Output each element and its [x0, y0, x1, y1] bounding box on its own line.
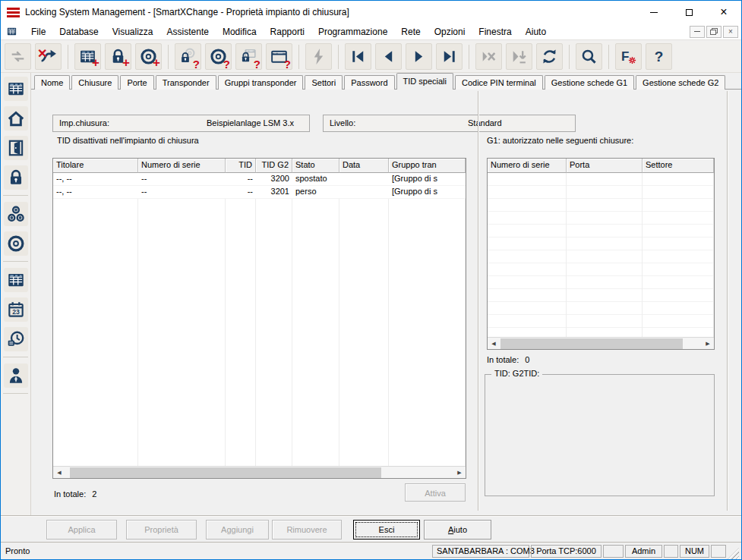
tid-groupbox-label: TID: G2TID:	[491, 369, 542, 378]
table-header: Titolare Numero di serie TID TID G2 Stat…	[53, 159, 466, 173]
sidebar-doors-button[interactable]	[4, 136, 28, 160]
horizontal-scrollbar[interactable]: ◀ ▶	[53, 466, 466, 478]
tab-chiusure[interactable]: Chiusure	[71, 75, 118, 90]
menu-programmazione[interactable]: Programmazione	[311, 25, 394, 39]
close-button[interactable]: ×	[706, 1, 741, 24]
menu-visualizza[interactable]: Visualizza	[106, 25, 160, 39]
cell-gruppo: [Gruppo di s	[389, 173, 466, 185]
scrollbar-thumb[interactable]	[500, 338, 683, 349]
read-lock-network-button[interactable]: ?	[235, 43, 262, 70]
menu-bar: File Database Visualizza Assistente Modi…	[1, 24, 741, 40]
menu-file[interactable]: File	[24, 25, 52, 39]
tab-porte[interactable]: Porte	[120, 75, 153, 90]
col-stato[interactable]: Stato	[292, 159, 339, 173]
mdi-restore-button[interactable]	[706, 26, 721, 38]
toolbar: ✕ + + + ? ? ? ? F ?	[1, 41, 741, 73]
locking-system-field: Imp.chiusura: Beispielanlage LSM 3.x	[52, 115, 310, 132]
tab-gruppi-transponder[interactable]: Gruppi transponder	[218, 75, 304, 90]
new-transponder-button[interactable]: +	[135, 43, 162, 70]
tab-codice-pin-terminal[interactable]: Codice PIN terminal	[455, 75, 543, 90]
menu-aiuto[interactable]: Aiuto	[519, 25, 553, 39]
search-button[interactable]	[576, 43, 602, 70]
apply-button: Applica	[46, 520, 117, 540]
menu-database[interactable]: Database	[52, 25, 105, 39]
tab-gestione-schede-g1[interactable]: Gestione schede G1	[545, 75, 634, 90]
right-total-value: 0	[525, 355, 529, 364]
new-locking-system-button[interactable]: +	[74, 43, 101, 70]
tab-tid-speciali[interactable]: TID speciali	[396, 73, 453, 90]
locking-system-icon	[6, 79, 26, 99]
maximize-button[interactable]	[671, 1, 706, 24]
sidebar-locks-button[interactable]	[4, 165, 28, 190]
col-settore[interactable]: Settore	[643, 159, 714, 173]
help-action-button[interactable]: Aiuto	[424, 520, 491, 540]
new-lock-button[interactable]: +	[105, 43, 131, 70]
mdi-minimize-button[interactable]	[690, 26, 705, 38]
last-record-button[interactable]	[436, 43, 463, 70]
col-numero-di-serie[interactable]: Numero di serie	[488, 159, 567, 173]
read-lock-button[interactable]: ?	[175, 43, 201, 70]
scroll-left-icon[interactable]: ◀	[53, 467, 65, 478]
tab-password[interactable]: Password	[344, 75, 394, 90]
next-record-button[interactable]	[406, 43, 432, 70]
table-row[interactable]: --, -- -- -- 3200 spostato [Gruppo di s	[53, 173, 466, 186]
sidebar-calendar-button[interactable]	[4, 297, 28, 322]
col-data[interactable]: Data	[339, 159, 389, 173]
menu-finestra[interactable]: Finestra	[472, 25, 518, 39]
authorized-locks-table: Numero di serie Porta Settore ◀ ▶	[487, 158, 715, 350]
menu-modifica[interactable]: Modifica	[216, 25, 264, 39]
right-panel-caption: G1: autorizzato nelle seguenti chiusure:	[487, 136, 633, 145]
col-tid-g2[interactable]: TID G2	[256, 159, 292, 173]
transponder-icon	[6, 234, 26, 253]
scroll-right-icon[interactable]: ▶	[453, 467, 466, 478]
tab-transponder[interactable]: Transponder	[156, 75, 216, 90]
sidebar-timezone-button[interactable]	[4, 327, 28, 351]
previous-record-button[interactable]	[375, 43, 402, 70]
sidebar-users-button[interactable]	[4, 363, 28, 388]
disconnect-button[interactable]: ✕	[35, 43, 62, 70]
sidebar-transponders-button[interactable]	[4, 231, 28, 256]
left-total: In totale:2	[54, 489, 96, 499]
status-cell-empty	[711, 545, 726, 558]
menu-rete[interactable]: Rete	[394, 25, 427, 39]
scrollbar-thumb[interactable]	[70, 467, 381, 478]
menu-assistente[interactable]: Assistente	[160, 25, 216, 39]
tab-gestione-schede-g2[interactable]: Gestione schede G2	[636, 75, 725, 90]
col-porta[interactable]: Porta	[567, 159, 643, 173]
scroll-right-icon[interactable]: ▶	[702, 338, 714, 349]
properties-button: Proprietà	[126, 520, 197, 540]
help-button[interactable]: ?	[646, 43, 672, 70]
menu-opzioni[interactable]: Opzioni	[428, 25, 472, 39]
scroll-left-icon[interactable]: ◀	[488, 338, 500, 349]
col-gruppo-transponder[interactable]: Gruppo tran	[389, 159, 466, 173]
menu-rapporti[interactable]: Rapporti	[264, 25, 311, 39]
col-titolare[interactable]: Titolare	[53, 159, 138, 173]
col-numero-di-serie[interactable]: Numero di serie	[138, 159, 226, 173]
sidebar	[1, 73, 31, 515]
col-tid[interactable]: TID	[226, 159, 256, 173]
refresh-button[interactable]	[536, 43, 563, 70]
locking-system-label: Imp.chiusura:	[59, 118, 109, 127]
sidebar-buildings-button[interactable]	[4, 106, 28, 131]
level-label: Livello:	[330, 118, 355, 127]
resize-grip[interactable]	[728, 548, 739, 559]
window-title: Locking System Management - [SmartXChang…	[25, 7, 349, 17]
mdi-close-button[interactable]: ×	[723, 26, 738, 38]
calendar-icon	[6, 300, 26, 319]
sidebar-matrix-button[interactable]	[4, 268, 28, 292]
exit-button[interactable]: Esci	[353, 520, 420, 540]
activate-button: Attiva	[405, 483, 466, 502]
tab-nome[interactable]: Nome	[34, 75, 70, 90]
horizontal-scrollbar[interactable]: ◀ ▶	[488, 337, 714, 349]
filter-settings-button[interactable]: F	[615, 43, 642, 70]
sidebar-transponder-groups-button[interactable]	[4, 202, 28, 226]
first-record-button[interactable]	[345, 43, 371, 70]
tab-settori[interactable]: Settori	[305, 75, 343, 90]
read-transponder-button[interactable]: ?	[205, 43, 232, 70]
table-row[interactable]: --, -- -- -- 3201 perso [Gruppo di s	[53, 186, 466, 199]
read-card-button[interactable]: ?	[266, 43, 292, 70]
minimize-button[interactable]	[636, 1, 671, 24]
cancel-button	[475, 43, 502, 70]
sidebar-locking-system-button[interactable]	[4, 77, 28, 101]
level-field: Livello: Standard	[323, 115, 576, 132]
